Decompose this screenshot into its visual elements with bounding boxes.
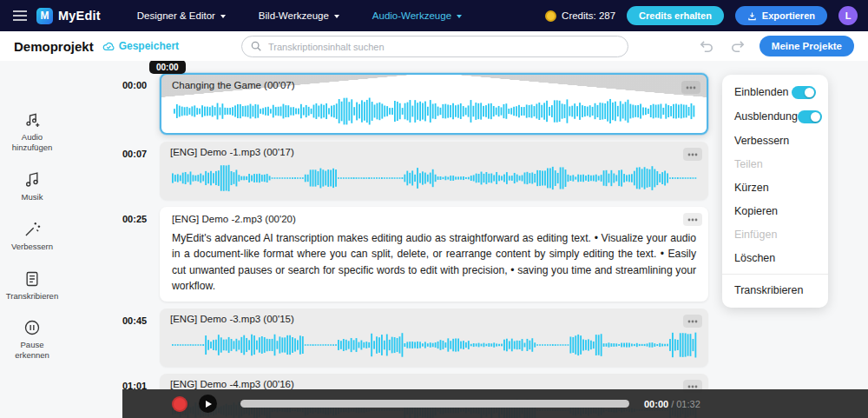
redo-icon xyxy=(730,39,746,53)
menu-item[interactable]: Löschen xyxy=(722,246,828,269)
ellipsis-icon xyxy=(687,385,698,388)
sidebar-item-verbessern[interactable]: Verbessern xyxy=(3,221,61,252)
add-audio-icon xyxy=(23,111,41,129)
ellipsis-icon xyxy=(687,320,698,323)
chevron-down-icon xyxy=(457,15,462,18)
clip-waveform[interactable] xyxy=(170,163,698,193)
toggle-knob xyxy=(811,112,820,122)
clip-card[interactable]: [ENG] Demo -2.mp3 (00'20) MyEdit's advan… xyxy=(160,207,708,302)
menu-item[interactable]: Verbessern xyxy=(722,129,828,152)
menu-item-label: Kopieren xyxy=(734,205,778,217)
sidebar-item-label: Pause erkennen xyxy=(3,340,61,361)
menu-item[interactable]: Einblenden xyxy=(722,80,828,104)
toggle-switch[interactable] xyxy=(798,110,822,123)
menu-icon[interactable] xyxy=(10,6,30,25)
logo-mark-icon: M xyxy=(36,8,53,24)
nav-bild-werkzeuge-label: Bild-Werkzeuge xyxy=(259,10,329,21)
current-time: 00:00 xyxy=(644,399,668,409)
top-bar-right: Credits: 287 Credits erhalten Exportiere… xyxy=(545,6,858,25)
menu-item[interactable]: Transkribieren xyxy=(722,274,828,302)
clip-text[interactable]: MyEdit's advanced AI transcription makes… xyxy=(172,230,696,294)
top-bar: M MyEdit Designer & Editor Bild-Werkzeug… xyxy=(0,0,868,31)
menu-item-label: Einfügen xyxy=(734,229,777,241)
nav-audio-werkzeuge-label: Audio-Werkzeuge xyxy=(372,10,451,21)
clip-time: 00:07 xyxy=(122,142,148,200)
clip-row: 00:45 [ENG] Demo -3.mp3 (00'15) xyxy=(122,309,708,367)
project-header: Demoprojekt Gespeichert Meine Projekte xyxy=(0,31,868,61)
coin-icon xyxy=(545,10,556,22)
sidebar-item-musik[interactable]: Musik xyxy=(3,171,61,202)
play-button[interactable] xyxy=(199,395,217,413)
time-display: 00:00/ 01:32 xyxy=(644,399,700,409)
sidebar-item-label: Verbessern xyxy=(11,242,53,252)
ellipsis-icon xyxy=(687,218,698,222)
clip-options-button[interactable] xyxy=(683,148,702,161)
clip-time: 00:45 xyxy=(122,309,148,367)
download-icon xyxy=(747,11,757,21)
menu-item-label: Transkribieren xyxy=(734,284,803,296)
clip-options-button[interactable] xyxy=(683,315,702,328)
magic-wand-icon xyxy=(23,221,41,238)
context-menu: Einblenden Ausblendung Verbessern Teilen… xyxy=(722,75,828,308)
ellipsis-icon xyxy=(687,153,698,156)
transcript-search xyxy=(241,36,628,57)
transcript-doc-icon xyxy=(23,270,41,288)
clip-row: 00:00 Changing the Game (00'07) xyxy=(122,73,708,135)
export-label: Exportieren xyxy=(762,10,815,21)
nav-designer-editor[interactable]: Designer & Editor xyxy=(137,10,226,21)
clip-waveform[interactable] xyxy=(172,96,696,126)
clip-waveform[interactable] xyxy=(170,330,698,360)
clip-card[interactable]: Changing the Game (00'07) xyxy=(160,73,708,135)
menu-item[interactable]: Kürzen xyxy=(722,176,828,199)
ellipsis-icon xyxy=(686,86,696,90)
clip-card[interactable]: [ENG] Demo -3.mp3 (00'15) xyxy=(160,309,708,367)
menu-item[interactable]: Kopieren xyxy=(722,199,828,222)
player-bar: 00:00/ 01:32 xyxy=(122,389,868,418)
search-input[interactable] xyxy=(241,36,628,57)
progress-bar[interactable] xyxy=(240,400,629,408)
sidebar-item-audio-hinzufuegen[interactable]: Audio hinzufügen xyxy=(3,111,61,153)
playhead-time-badge: 00:00 xyxy=(149,60,186,74)
clip-row: 00:07 [ENG] Demo -1.mp3 (00'17) xyxy=(122,142,708,200)
menu-item-label: Löschen xyxy=(734,252,775,264)
menu-item-label: Einblenden xyxy=(734,86,789,98)
get-credits-button[interactable]: Credits erhalten xyxy=(627,6,724,25)
toggle-switch[interactable] xyxy=(792,86,816,99)
menu-item[interactable]: Teilen xyxy=(722,152,828,176)
chevron-down-icon xyxy=(334,15,339,18)
menu-item-label: Ausblendung xyxy=(734,110,798,123)
menu-item-label: Verbessern xyxy=(734,135,789,147)
saved-status: Gespeichert xyxy=(102,40,179,52)
clip-card[interactable]: [ENG] Demo -1.mp3 (00'17) xyxy=(160,142,708,200)
nav-bild-werkzeuge[interactable]: Bild-Werkzeuge xyxy=(259,10,339,21)
menu-item[interactable]: Ausblendung xyxy=(722,104,828,129)
record-button[interactable] xyxy=(172,396,187,412)
export-button[interactable]: Exportieren xyxy=(735,6,827,25)
clip-options-button[interactable] xyxy=(681,81,700,94)
my-projects-button[interactable]: Meine Projekte xyxy=(760,36,854,56)
header-actions: Meine Projekte xyxy=(697,36,854,56)
main-nav: Designer & Editor Bild-Werkzeuge Audio-W… xyxy=(137,10,462,21)
clip-title: Changing the Game (00'07) xyxy=(172,80,696,93)
pause-detect-icon xyxy=(23,319,41,336)
redo-button[interactable] xyxy=(728,37,747,55)
total-time: / 01:32 xyxy=(671,399,700,409)
credits-label: Credits: 287 xyxy=(562,10,615,21)
project-title: Demoprojekt xyxy=(14,39,94,54)
user-avatar[interactable]: L xyxy=(838,6,858,25)
clip-time: 00:00 xyxy=(122,73,148,135)
undo-button[interactable] xyxy=(697,37,716,55)
nav-audio-werkzeuge[interactable]: Audio-Werkzeuge xyxy=(372,10,462,21)
clip-row: 00:25 [ENG] Demo -2.mp3 (00'20) MyEdit's… xyxy=(122,207,708,302)
timeline-rows: 00:00 Changing the Game (00'07) 00:07 [E… xyxy=(122,73,708,418)
search-icon xyxy=(250,40,262,52)
menu-item[interactable]: Einfügen xyxy=(722,222,828,246)
sidebar-item-transkribieren[interactable]: Transkribieren xyxy=(3,270,61,302)
sidebar-item-pause-erkennen[interactable]: Pause erkennen xyxy=(3,319,61,361)
menu-item-label: Kürzen xyxy=(734,182,769,194)
clip-options-button[interactable] xyxy=(683,213,702,226)
app-logo[interactable]: M MyEdit xyxy=(36,8,101,24)
chevron-down-icon xyxy=(220,15,226,18)
sidebar-item-label: Musik xyxy=(22,192,43,202)
tool-sidebar: Audio hinzufügen Musik Verbessern Transk… xyxy=(3,111,61,361)
